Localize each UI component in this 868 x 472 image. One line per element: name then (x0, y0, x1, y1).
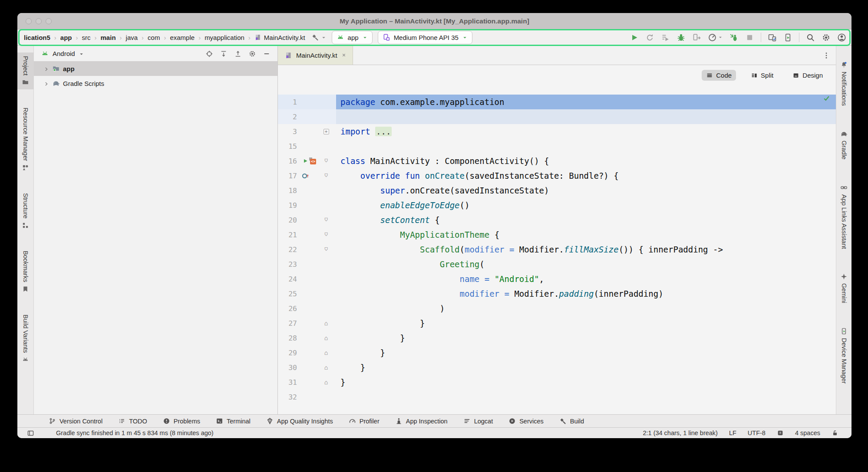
close-tab-icon[interactable] (341, 52, 347, 58)
code-line-1[interactable]: 1package com.example.myapplication (278, 95, 836, 109)
reader-mode-icon[interactable] (777, 429, 784, 436)
override-method-icon[interactable]: ↑ (302, 173, 309, 179)
code-line-29[interactable]: 29⌂ } (278, 345, 836, 360)
code-line-23[interactable]: 23 Greeting( (278, 257, 836, 272)
tool-window-button-app-links-assistant[interactable]: App Links Assistant (836, 180, 851, 252)
collapse-all-button[interactable] (234, 49, 242, 57)
debug-button[interactable] (677, 33, 686, 42)
compose-preview-icon[interactable]: <> (309, 158, 316, 164)
tool-window-button-profiler[interactable]: Profiler (349, 417, 380, 425)
run-configuration-chip[interactable]: app (332, 31, 373, 44)
breadcrumb-item-src[interactable]: src (82, 34, 91, 41)
code-line-24[interactable]: 24 name = "Android", (278, 272, 836, 286)
tool-window-button-gradle[interactable]: Gradle (836, 127, 851, 163)
file-lock-icon[interactable] (832, 429, 838, 436)
tool-window-button-resource-manager[interactable]: Resource Manager (17, 104, 33, 175)
hide-panel-button[interactable] (263, 49, 271, 57)
breadcrumb-item-com[interactable]: com (148, 34, 160, 41)
run-tasks-button[interactable] (661, 33, 670, 42)
code-line-19[interactable]: 19 enableEdgeToEdge() (278, 198, 836, 213)
locate-file-button[interactable] (205, 49, 213, 57)
fold-end-icon[interactable]: ⌂ (324, 364, 328, 371)
tool-window-button-device-manager[interactable]: Device Manager (836, 324, 851, 387)
code-line-3[interactable]: 3+import ... (278, 124, 836, 139)
traffic-lights[interactable] (26, 18, 52, 24)
tool-window-button-build[interactable]: Build (559, 417, 584, 425)
breadcrumb-item-example[interactable]: example (170, 34, 195, 41)
tool-window-button-todo[interactable]: TODO (118, 417, 147, 425)
tool-window-button-logcat[interactable]: Logcat (463, 417, 493, 425)
running-devices-button[interactable] (783, 33, 792, 42)
settings-button[interactable] (822, 33, 831, 42)
code-line-27[interactable]: 27⌂ } (278, 316, 836, 331)
caret-position[interactable]: 2:1 (34 chars, 1 line break) (643, 429, 717, 436)
device-selector-chip[interactable]: Medium Phone API 35 (378, 31, 472, 44)
tool-window-button-gemini[interactable]: Gemini (836, 269, 851, 307)
code-line-25[interactable]: 25 modifier = Modifier.padding(innerPadd… (278, 286, 836, 301)
fold-expand-icon[interactable]: + (323, 129, 329, 134)
tool-window-button-problems[interactable]: Problems (163, 417, 200, 425)
breadcrumb-item-lication5[interactable]: lication5 (24, 34, 50, 41)
code-line-32[interactable]: 32 (278, 390, 836, 404)
tool-window-button-terminal[interactable]: Terminal (216, 417, 251, 425)
tool-window-button-structure[interactable]: Structure (17, 190, 33, 233)
code-line-31[interactable]: 31⌂} (278, 375, 836, 390)
fold-end-icon[interactable]: ⌂ (324, 349, 328, 356)
apply-code-changes-button[interactable] (692, 33, 701, 42)
build-tasks-dropdown[interactable] (311, 33, 327, 41)
inspections-ok-icon[interactable] (823, 94, 830, 102)
code-line-16[interactable]: 16<>⌂class MainActivity : ComponentActiv… (278, 154, 836, 168)
tree-node-app[interactable]: app (34, 61, 277, 76)
fold-start-icon[interactable]: ⌂ (324, 216, 328, 223)
tool-window-button-bookmarks[interactable]: Bookmarks (17, 247, 33, 296)
indent-setting[interactable]: 4 spaces (795, 429, 820, 436)
tool-window-button-build-variants[interactable]: Build Variants (17, 311, 33, 367)
tool-window-button-app-inspection[interactable]: App Inspection (395, 417, 448, 425)
panel-options-button[interactable] (248, 49, 256, 57)
fold-end-icon[interactable]: ⌂ (324, 320, 328, 327)
tool-window-button-project[interactable]: Project (17, 52, 33, 89)
tool-window-button-services[interactable]: Services (508, 417, 544, 425)
expand-chevron-icon[interactable] (43, 65, 49, 72)
run-button[interactable] (630, 33, 639, 42)
minimize-window-button[interactable] (36, 18, 42, 24)
file-encoding[interactable]: UTF-8 (748, 429, 766, 436)
fold-end-icon[interactable]: ⌂ (324, 379, 328, 386)
code-line-2[interactable]: 2 (278, 109, 836, 124)
expand-all-button[interactable] (220, 49, 228, 57)
code-line-17[interactable]: 17↑⌂ override fun onCreate(savedInstance… (278, 168, 836, 183)
breadcrumb-item-java[interactable]: java (126, 34, 138, 41)
tool-window-button-version-control[interactable]: Version Control (49, 417, 102, 425)
fold-start-icon[interactable]: ⌂ (324, 246, 328, 253)
profile-button[interactable] (837, 33, 846, 42)
tool-window-button-notifications[interactable]: Notifications (836, 58, 851, 109)
zoom-window-button[interactable] (46, 18, 52, 24)
fold-end-icon[interactable]: ⌂ (324, 334, 328, 341)
fold-start-icon[interactable]: ⌂ (324, 172, 328, 179)
code-line-21[interactable]: 21⌂ MyApplicationTheme { (278, 227, 836, 242)
mode-code-button[interactable]: Code (702, 70, 736, 81)
panel-toggle-icon[interactable] (27, 429, 34, 437)
close-window-button[interactable] (26, 18, 32, 24)
code-line-20[interactable]: 20⌂ setContent { (278, 213, 836, 227)
project-view-selector[interactable]: Android (53, 50, 75, 57)
line-separator[interactable]: LF (729, 429, 736, 436)
tree-node-gradle-scripts[interactable]: Gradle Scripts (34, 76, 277, 91)
tool-window-button-app-quality-insights[interactable]: App Quality Insights (266, 417, 333, 425)
profiler-button[interactable] (708, 33, 723, 42)
code-line-26[interactable]: 26 ) (278, 301, 836, 316)
expand-chevron-icon[interactable] (43, 80, 49, 87)
breadcrumb-item-main[interactable]: main (101, 34, 116, 41)
stop-button[interactable] (745, 33, 754, 42)
breadcrumb-item-myapplication[interactable]: myapplication (205, 34, 244, 41)
attach-debugger-button[interactable] (729, 33, 739, 42)
mode-split-button[interactable]: Split (746, 70, 778, 81)
code-line-18[interactable]: 18 super.onCreate(savedInstanceState) (278, 183, 836, 198)
tab-mainactivity[interactable]: MainActivity.kt (278, 46, 353, 65)
editor-options-icon[interactable] (822, 51, 830, 59)
code-line-28[interactable]: 28⌂ } (278, 331, 836, 345)
device-mirroring-button[interactable] (768, 33, 777, 42)
search-everywhere-button[interactable] (806, 33, 815, 42)
mode-design-button[interactable]: Design (788, 70, 827, 81)
fold-start-icon[interactable]: ⌂ (324, 231, 328, 238)
